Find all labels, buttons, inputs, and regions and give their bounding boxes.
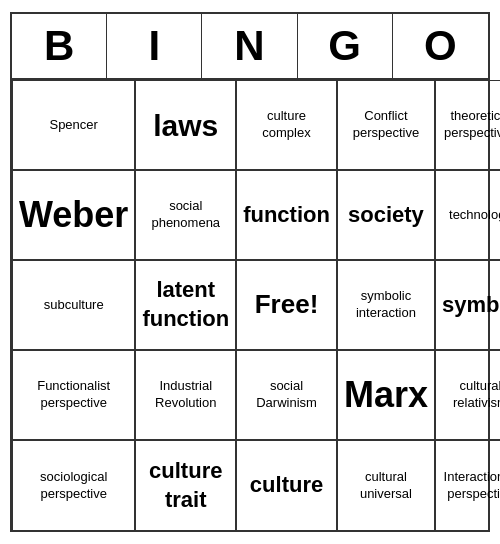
bingo-cell-15: Functionalist perspective bbox=[12, 350, 135, 440]
cell-text-8: society bbox=[348, 201, 424, 230]
bingo-cell-22: culture bbox=[236, 440, 337, 530]
bingo-cell-13: symbolic interaction bbox=[337, 260, 435, 350]
header-letter: B bbox=[12, 14, 107, 78]
bingo-cell-4: theoretical perspectives bbox=[435, 80, 500, 170]
cell-text-4: theoretical perspectives bbox=[442, 108, 500, 142]
cell-text-6: social phenomena bbox=[142, 198, 229, 232]
bingo-cell-5: Weber bbox=[12, 170, 135, 260]
cell-text-11: latent function bbox=[142, 276, 229, 333]
cell-text-19: cultural relativism bbox=[442, 378, 500, 412]
cell-text-14: symbol bbox=[442, 291, 500, 320]
bingo-cell-17: social Darwinism bbox=[236, 350, 337, 440]
bingo-cell-8: society bbox=[337, 170, 435, 260]
bingo-cell-18: Marx bbox=[337, 350, 435, 440]
header-letter: I bbox=[107, 14, 202, 78]
cell-text-20: sociological perspective bbox=[19, 469, 128, 503]
bingo-cell-2: culture complex bbox=[236, 80, 337, 170]
cell-text-2: culture complex bbox=[243, 108, 330, 142]
bingo-cell-16: Industrial Revolution bbox=[135, 350, 236, 440]
bingo-cell-21: culture trait bbox=[135, 440, 236, 530]
header-letter: G bbox=[298, 14, 393, 78]
bingo-cell-6: social phenomena bbox=[135, 170, 236, 260]
cell-text-5: Weber bbox=[19, 192, 128, 239]
bingo-cell-19: cultural relativism bbox=[435, 350, 500, 440]
cell-text-12: Free! bbox=[255, 288, 319, 322]
cell-text-22: culture bbox=[250, 471, 323, 500]
bingo-grid: Spencerlawsculture complexConflict persp… bbox=[12, 80, 488, 530]
cell-text-1: laws bbox=[153, 106, 218, 145]
bingo-cell-7: function bbox=[236, 170, 337, 260]
cell-text-24: Interactionist perspective bbox=[442, 469, 500, 503]
bingo-cell-20: sociological perspective bbox=[12, 440, 135, 530]
bingo-cell-23: cultural universal bbox=[337, 440, 435, 530]
header-letter: N bbox=[202, 14, 297, 78]
cell-text-3: Conflict perspective bbox=[344, 108, 428, 142]
cell-text-15: Functionalist perspective bbox=[19, 378, 128, 412]
bingo-cell-1: laws bbox=[135, 80, 236, 170]
bingo-cell-3: Conflict perspective bbox=[337, 80, 435, 170]
cell-text-18: Marx bbox=[344, 372, 428, 419]
bingo-header: BINGO bbox=[12, 14, 488, 80]
cell-text-10: subculture bbox=[44, 297, 104, 314]
bingo-card: BINGO Spencerlawsculture complexConflict… bbox=[10, 12, 490, 532]
cell-text-16: Industrial Revolution bbox=[142, 378, 229, 412]
cell-text-21: culture trait bbox=[142, 457, 229, 514]
cell-text-17: social Darwinism bbox=[243, 378, 330, 412]
header-letter: O bbox=[393, 14, 488, 78]
bingo-cell-11: latent function bbox=[135, 260, 236, 350]
bingo-cell-12: Free! bbox=[236, 260, 337, 350]
cell-text-7: function bbox=[243, 201, 330, 230]
bingo-cell-9: technology bbox=[435, 170, 500, 260]
cell-text-0: Spencer bbox=[49, 117, 97, 134]
bingo-cell-14: symbol bbox=[435, 260, 500, 350]
bingo-cell-10: subculture bbox=[12, 260, 135, 350]
bingo-cell-0: Spencer bbox=[12, 80, 135, 170]
cell-text-13: symbolic interaction bbox=[344, 288, 428, 322]
cell-text-9: technology bbox=[449, 207, 500, 224]
cell-text-23: cultural universal bbox=[344, 469, 428, 503]
bingo-cell-24: Interactionist perspective bbox=[435, 440, 500, 530]
